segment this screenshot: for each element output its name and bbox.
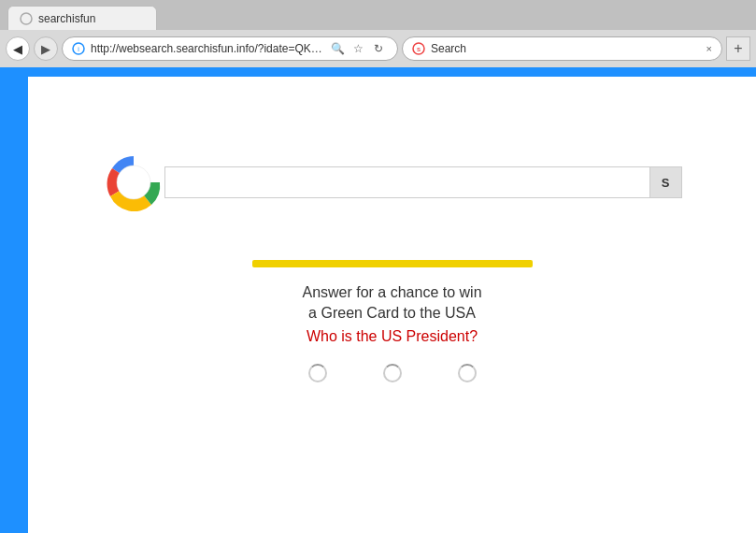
spinner-1 [308,364,327,382]
main-search-input[interactable] [164,166,650,198]
favorites-icon[interactable]: ☆ [349,39,367,58]
search-tab[interactable]: S Search × [402,36,722,61]
answer-option-3[interactable] [458,364,477,382]
left-sidebar [0,77,28,533]
site-logo [103,151,164,213]
reload-button[interactable]: ↻ [369,39,388,58]
search-icon[interactable]: 🔍 [328,39,347,58]
address-actions: 🔍 ☆ ↻ [328,39,388,58]
spinner-3 [458,364,477,382]
search-tab-favicon: S [412,42,425,55]
browser-chrome: searchisfun ◀ ▶ i http://websearch.searc… [0,0,756,67]
tab-label: searchisfun [38,12,95,25]
tab-bar: searchisfun [0,0,756,30]
back-button[interactable]: ◀ [6,36,30,61]
svg-text:S: S [417,47,421,52]
contest-question: Who is the US President? [302,328,481,345]
yellow-bar [252,260,533,267]
search-go-button[interactable]: S [650,166,682,198]
search-section: S [65,151,720,213]
forward-button[interactable]: ▶ [34,36,58,61]
address-bar[interactable]: i http://websearch.searchisfun.info/?ida… [62,36,398,61]
tab-favicon [20,12,33,25]
main-content: S Answer for a chance to win a Green Car… [28,77,756,533]
url-text: http://websearch.searchisfun.info/?idate… [91,42,322,55]
search-tab-close[interactable]: × [706,43,712,54]
contest-section: Answer for a chance to win a Green Card … [302,282,481,345]
search-tab-label: Search [431,42,466,55]
site-info-icon: i [72,42,85,55]
answer-circles [308,364,477,382]
new-tab-button[interactable]: + [726,36,750,61]
active-tab[interactable]: searchisfun [7,6,157,30]
spinner-2 [383,364,402,382]
page-content: S Answer for a chance to win a Green Car… [0,67,756,533]
answer-option-1[interactable] [308,364,327,382]
blue-top-bar [0,67,756,77]
address-bar-row: ◀ ▶ i http://websearch.searchisfun.info/… [0,30,756,67]
svg-point-0 [21,13,32,24]
answer-option-2[interactable] [383,364,402,382]
contest-title: Answer for a chance to win a Green Card … [302,282,481,324]
svg-text:i: i [78,46,79,52]
